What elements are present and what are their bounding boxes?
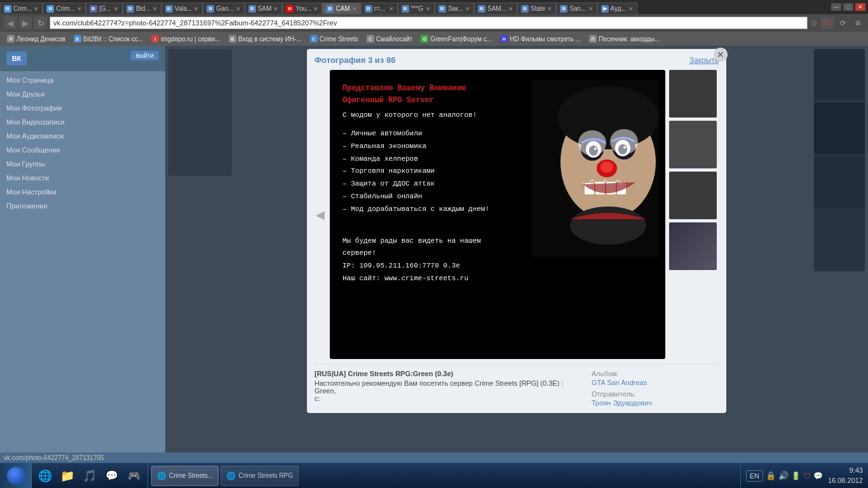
tab-close-tab10[interactable]: ✕ <box>389 6 394 12</box>
browser-tab-tab13[interactable]: BSAM...✕ <box>474 3 517 14</box>
tab-close-tab13[interactable]: ✕ <box>508 6 513 12</box>
chat-app-icon[interactable]: 💬 <box>102 466 122 486</box>
vk-nav-item[interactable]: Мои Сообщения <box>0 143 165 157</box>
volume-tray-icon[interactable]: 🔊 <box>778 471 789 480</box>
thumb-2[interactable] <box>669 121 717 168</box>
back-button[interactable]: ◀ <box>4 17 17 29</box>
album-name[interactable]: GTA San Andreas <box>592 379 719 386</box>
restore-button[interactable]: □ <box>843 3 853 11</box>
battery-tray-icon[interactable]: 🔋 <box>791 471 801 480</box>
browser-tab-tab7[interactable]: BSAM✕ <box>245 3 283 14</box>
start-button[interactable] <box>0 463 32 489</box>
browser-tab-tab11[interactable]: B***G✕ <box>398 3 435 14</box>
desc-sender-short: с: <box>315 395 582 402</box>
close-button[interactable]: ✕ <box>855 3 865 11</box>
bookmark-item[interactable]: GGreenFam|Форум с... <box>417 34 496 44</box>
browser-tab-tab2[interactable]: BCrim...✕ <box>43 3 85 14</box>
feature-item: – Стабильный онлайн <box>342 191 512 203</box>
vk-exit-button[interactable]: выйти <box>131 51 159 60</box>
vk-nav-item[interactable]: Мои Друзья <box>0 87 165 101</box>
browser-tab-tab3[interactable]: B[G...✕ <box>86 3 123 14</box>
game-app-icon[interactable]: 🎮 <box>124 466 144 486</box>
tab-close-tab6[interactable]: ✕ <box>236 6 241 12</box>
bookmark-item[interactable]: HHD Фильмы смотреть ... <box>496 34 585 44</box>
thumb-3[interactable] <box>669 172 717 219</box>
vk-nav-item[interactable]: Мои Аудиозаписи <box>0 129 165 143</box>
tab-close-tab15[interactable]: ✕ <box>588 6 593 12</box>
reload-button[interactable]: ↻ <box>34 17 47 29</box>
browser-tab-tab6[interactable]: BGan...✕ <box>203 3 244 14</box>
browser-tab-tab1[interactable]: BCrim...✕ <box>0 3 43 14</box>
start-orb <box>7 467 25 485</box>
vk-nav-item[interactable]: Приложения <box>0 199 165 213</box>
address-input[interactable] <box>50 17 808 29</box>
active-app-1[interactable]: 🌐 Crime Streets... <box>151 466 219 486</box>
vk-nav-item[interactable]: Мои Видеозаписи <box>0 115 165 129</box>
vk-nav-item[interactable]: Мои Новости <box>0 171 165 185</box>
photo-description: [RUS|UA] Crime Streets RPG:Green (0.3e) … <box>315 364 719 407</box>
network-tray-icon[interactable]: 🔒 <box>766 471 776 480</box>
media-app-icon[interactable]: 🎵 <box>79 466 100 486</box>
main-vk-content: ✕ Фотография 3 из 86 Закрыть ◀ <box>165 46 868 452</box>
prev-photo-button[interactable]: ◀ <box>315 70 326 359</box>
photo-footer-text: Мы будем рады вас видеть на нашем сервер… <box>342 235 512 285</box>
browser-tab-tab9[interactable]: BCAM✕ <box>322 3 360 14</box>
vk-nav-item[interactable]: Моя Страница <box>0 73 165 87</box>
vk-nav-item[interactable]: Мои Фотографии <box>0 101 165 115</box>
active-app-2-label: Crime Streets RPG <box>238 472 293 479</box>
tab-close-tab2[interactable]: ✕ <box>77 6 82 12</box>
thumb-1[interactable] <box>669 70 717 118</box>
bookmark-item[interactable]: CCrime Streets <box>306 34 362 44</box>
vk-nav-item[interactable]: Мои Настройки <box>0 185 165 199</box>
minimize-button[interactable]: — <box>831 3 841 11</box>
browser-tab-tab12[interactable]: BЗак...✕ <box>435 3 474 14</box>
thumb-4[interactable] <box>669 222 717 270</box>
tabs-container: BCrim...✕BCrim...✕B[G...✕BBid...✕BVala..… <box>0 0 637 14</box>
vk-nav-item[interactable]: Мои Группы <box>0 157 165 171</box>
tab-close-tab7[interactable]: ✕ <box>273 6 278 12</box>
browser-tab-tab8[interactable]: BYou...✕ <box>282 3 322 14</box>
tab-close-tab11[interactable]: ✕ <box>426 6 431 12</box>
bookmark-item[interactable]: ВВход в систему ИН-... <box>225 34 306 44</box>
lang-indicator[interactable]: EN <box>746 470 763 482</box>
tab-close-tab4[interactable]: ✕ <box>153 6 158 12</box>
tab-close-tab9[interactable]: ✕ <box>352 6 357 12</box>
bookmark-star-icon[interactable]: ☆ <box>810 18 818 28</box>
extensions-icon[interactable]: 🛡 <box>821 17 834 29</box>
refresh-icon[interactable]: ⟳ <box>836 17 849 29</box>
sender-name[interactable]: Троян Эдуардович <box>592 399 719 407</box>
menu-icon[interactable]: ≡ <box>851 17 864 29</box>
antivirus-tray-icon: 🛡 <box>803 471 811 480</box>
album-label: Альбом: <box>592 370 719 377</box>
system-tray: EN 🔒 🔊 🔋 🛡 💬 9:43 16.08.2012 <box>740 463 868 488</box>
tab-close-tab3[interactable]: ✕ <box>114 6 119 12</box>
tab-close-tab14[interactable]: ✕ <box>547 6 552 12</box>
tab-close-tab12[interactable]: ✕ <box>465 6 470 12</box>
bookmark-item[interactable]: ЛЛеонид Денисов <box>3 34 69 44</box>
tab-close-tab8[interactable]: ✕ <box>313 6 318 12</box>
modal-header: Фотография 3 из 86 Закрыть <box>315 55 719 65</box>
modal-x-close[interactable]: ✕ <box>714 48 728 62</box>
bookmark-item[interactable]: Iimgdepo.ru | серви... <box>147 34 224 44</box>
bookmark-item[interactable]: ССмайлосайт <box>363 34 416 44</box>
clock[interactable]: 9:43 16.08.2012 <box>828 466 863 485</box>
browser-app-icon[interactable]: 🌐 <box>35 466 55 486</box>
bookmark-item[interactable]: ППесенник: аккорды... <box>585 34 664 44</box>
browser-tab-tab4[interactable]: BBid...✕ <box>123 3 161 14</box>
bookmark-item[interactable]: BBit2Bit :: Список сс... <box>70 34 147 44</box>
browser-tab-tab10[interactable]: Br=...✕ <box>361 3 398 14</box>
explorer-app-icon[interactable]: 📁 <box>57 466 78 486</box>
browser-tab-tab16[interactable]: ▶Ауд...✕ <box>597 3 637 14</box>
right-thumbnails <box>669 70 719 359</box>
tab-close-tab5[interactable]: ✕ <box>194 6 199 12</box>
tab-close-tab1[interactable]: ✕ <box>34 6 39 12</box>
tab-close-tab16[interactable]: ✕ <box>628 6 634 12</box>
browser-tab-tab14[interactable]: BState✕ <box>517 3 556 14</box>
forward-button[interactable]: ▶ <box>19 17 32 29</box>
notification-tray-icon[interactable]: 💬 <box>813 471 823 480</box>
photo-modal: ✕ Фотография 3 из 86 Закрыть ◀ <box>307 49 726 413</box>
browser-tab-tab5[interactable]: BVala...✕ <box>161 3 203 14</box>
browser-tab-tab15[interactable]: BSan...✕ <box>556 3 597 14</box>
active-app-2[interactable]: 🌐 Crime Streets RPG <box>220 466 299 486</box>
feature-item: – Торговля наркотиками <box>342 165 512 178</box>
